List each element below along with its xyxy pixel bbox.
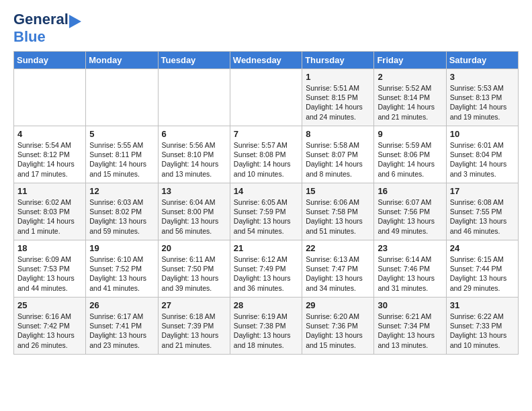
day-number: 18 <box>17 243 82 253</box>
weekday-header-saturday: Saturday <box>446 52 518 69</box>
day-content: Sunrise: 6:22 AM Sunset: 7:33 PM Dayligh… <box>450 312 515 350</box>
calendar-cell: 7Sunrise: 5:57 AM Sunset: 8:08 PM Daylig… <box>230 126 302 183</box>
calendar-cell: 17Sunrise: 6:08 AM Sunset: 7:55 PM Dayli… <box>446 183 518 240</box>
day-number: 10 <box>450 129 515 139</box>
day-number: 12 <box>89 186 154 196</box>
calendar-cell: 12Sunrise: 6:03 AM Sunset: 8:02 PM Dayli… <box>86 183 158 240</box>
calendar-cell: 18Sunrise: 6:09 AM Sunset: 7:53 PM Dayli… <box>14 240 86 298</box>
day-number: 20 <box>162 243 226 253</box>
day-number: 4 <box>17 129 82 139</box>
calendar-cell: 30Sunrise: 6:21 AM Sunset: 7:34 PM Dayli… <box>374 298 446 355</box>
calendar-cell: 5Sunrise: 5:55 AM Sunset: 8:11 PM Daylig… <box>86 126 158 183</box>
day-content: Sunrise: 6:19 AM Sunset: 7:38 PM Dayligh… <box>234 312 298 350</box>
calendar-cell: 8Sunrise: 5:58 AM Sunset: 8:07 PM Daylig… <box>302 126 374 183</box>
calendar-week-row: 25Sunrise: 6:16 AM Sunset: 7:42 PM Dayli… <box>14 298 519 355</box>
day-number: 19 <box>89 243 154 253</box>
day-content: Sunrise: 6:13 AM Sunset: 7:47 PM Dayligh… <box>306 255 370 293</box>
day-number: 15 <box>306 186 370 196</box>
day-content: Sunrise: 6:01 AM Sunset: 8:04 PM Dayligh… <box>450 140 515 179</box>
day-number: 2 <box>378 72 442 82</box>
calendar-cell <box>86 69 158 126</box>
calendar-cell: 22Sunrise: 6:13 AM Sunset: 7:47 PM Dayli… <box>302 240 374 298</box>
day-content: Sunrise: 6:11 AM Sunset: 7:50 PM Dayligh… <box>162 255 226 293</box>
day-number: 16 <box>378 186 442 196</box>
logo-blue: Blue <box>13 28 46 45</box>
day-number: 5 <box>89 129 154 139</box>
calendar-cell: 14Sunrise: 6:05 AM Sunset: 7:59 PM Dayli… <box>230 183 302 240</box>
day-number: 11 <box>17 186 82 196</box>
calendar-cell: 2Sunrise: 5:52 AM Sunset: 8:14 PM Daylig… <box>374 69 446 126</box>
day-number: 27 <box>162 300 226 310</box>
day-content: Sunrise: 6:21 AM Sunset: 7:34 PM Dayligh… <box>378 312 442 350</box>
day-content: Sunrise: 6:08 AM Sunset: 7:55 PM Dayligh… <box>450 197 515 236</box>
weekday-header-tuesday: Tuesday <box>158 52 230 69</box>
day-content: Sunrise: 5:59 AM Sunset: 8:06 PM Dayligh… <box>378 140 442 179</box>
calendar-cell: 29Sunrise: 6:20 AM Sunset: 7:36 PM Dayli… <box>302 298 374 355</box>
calendar-cell: 23Sunrise: 6:14 AM Sunset: 7:46 PM Dayli… <box>374 240 446 298</box>
day-content: Sunrise: 5:56 AM Sunset: 8:10 PM Dayligh… <box>162 140 226 179</box>
calendar-cell: 28Sunrise: 6:19 AM Sunset: 7:38 PM Dayli… <box>230 298 302 355</box>
day-content: Sunrise: 5:51 AM Sunset: 8:15 PM Dayligh… <box>306 83 370 122</box>
calendar-cell: 20Sunrise: 6:11 AM Sunset: 7:50 PM Dayli… <box>158 240 230 298</box>
day-content: Sunrise: 6:15 AM Sunset: 7:44 PM Dayligh… <box>450 255 515 293</box>
day-content: Sunrise: 5:52 AM Sunset: 8:14 PM Dayligh… <box>378 83 442 122</box>
day-number: 26 <box>89 300 154 310</box>
day-number: 13 <box>162 186 226 196</box>
calendar-cell: 4Sunrise: 5:54 AM Sunset: 8:12 PM Daylig… <box>14 126 86 183</box>
day-content: Sunrise: 6:18 AM Sunset: 7:39 PM Dayligh… <box>162 312 226 350</box>
day-number: 23 <box>378 243 442 253</box>
weekday-header-monday: Monday <box>86 52 158 69</box>
calendar-cell: 9Sunrise: 5:59 AM Sunset: 8:06 PM Daylig… <box>374 126 446 183</box>
calendar-cell: 6Sunrise: 5:56 AM Sunset: 8:10 PM Daylig… <box>158 126 230 183</box>
day-number: 7 <box>234 129 298 139</box>
day-number: 6 <box>162 129 226 139</box>
calendar-cell: 16Sunrise: 6:07 AM Sunset: 7:56 PM Dayli… <box>374 183 446 240</box>
day-content: Sunrise: 5:55 AM Sunset: 8:11 PM Dayligh… <box>89 140 154 179</box>
day-number: 9 <box>378 129 442 139</box>
day-content: Sunrise: 6:06 AM Sunset: 7:58 PM Dayligh… <box>306 197 370 236</box>
calendar-week-row: 11Sunrise: 6:02 AM Sunset: 8:03 PM Dayli… <box>14 183 519 240</box>
day-number: 24 <box>450 243 515 253</box>
svg-marker-0 <box>69 15 81 28</box>
day-content: Sunrise: 6:05 AM Sunset: 7:59 PM Dayligh… <box>234 197 298 236</box>
day-content: Sunrise: 5:57 AM Sunset: 8:08 PM Dayligh… <box>234 140 298 179</box>
day-number: 25 <box>17 300 82 310</box>
calendar-week-row: 18Sunrise: 6:09 AM Sunset: 7:53 PM Dayli… <box>14 240 519 298</box>
calendar-cell: 11Sunrise: 6:02 AM Sunset: 8:03 PM Dayli… <box>14 183 86 240</box>
calendar-cell: 10Sunrise: 6:01 AM Sunset: 8:04 PM Dayli… <box>446 126 518 183</box>
day-content: Sunrise: 5:54 AM Sunset: 8:12 PM Dayligh… <box>17 140 82 179</box>
calendar-cell: 26Sunrise: 6:17 AM Sunset: 7:41 PM Dayli… <box>86 298 158 355</box>
weekday-header-row: SundayMondayTuesdayWednesdayThursdayFrid… <box>14 52 519 69</box>
day-content: Sunrise: 5:58 AM Sunset: 8:07 PM Dayligh… <box>306 140 370 179</box>
calendar-cell: 25Sunrise: 6:16 AM Sunset: 7:42 PM Dayli… <box>14 298 86 355</box>
day-content: Sunrise: 6:20 AM Sunset: 7:36 PM Dayligh… <box>306 312 370 350</box>
day-number: 31 <box>450 300 515 310</box>
calendar-cell: 15Sunrise: 6:06 AM Sunset: 7:58 PM Dayli… <box>302 183 374 240</box>
calendar-cell: 21Sunrise: 6:12 AM Sunset: 7:49 PM Dayli… <box>230 240 302 298</box>
day-number: 28 <box>234 300 298 310</box>
weekday-header-sunday: Sunday <box>14 52 86 69</box>
day-number: 29 <box>306 300 370 310</box>
calendar-week-row: 1Sunrise: 5:51 AM Sunset: 8:15 PM Daylig… <box>14 69 519 126</box>
day-content: Sunrise: 6:16 AM Sunset: 7:42 PM Dayligh… <box>17 312 82 350</box>
calendar-cell: 19Sunrise: 6:10 AM Sunset: 7:52 PM Dayli… <box>86 240 158 298</box>
calendar-cell: 27Sunrise: 6:18 AM Sunset: 7:39 PM Dayli… <box>158 298 230 355</box>
calendar-cell: 3Sunrise: 5:53 AM Sunset: 8:13 PM Daylig… <box>446 69 518 126</box>
day-content: Sunrise: 6:12 AM Sunset: 7:49 PM Dayligh… <box>234 255 298 293</box>
day-number: 14 <box>234 186 298 196</box>
page-header: General Blue <box>13 11 519 46</box>
day-number: 3 <box>450 72 515 82</box>
day-content: Sunrise: 6:04 AM Sunset: 8:00 PM Dayligh… <box>162 197 226 236</box>
calendar-cell <box>14 69 86 126</box>
day-number: 1 <box>306 72 370 82</box>
calendar-cell <box>158 69 230 126</box>
day-content: Sunrise: 6:02 AM Sunset: 8:03 PM Dayligh… <box>17 197 82 236</box>
day-number: 17 <box>450 186 515 196</box>
day-content: Sunrise: 6:03 AM Sunset: 8:02 PM Dayligh… <box>89 197 154 236</box>
day-content: Sunrise: 6:09 AM Sunset: 7:53 PM Dayligh… <box>17 255 82 293</box>
day-number: 8 <box>306 129 370 139</box>
calendar-table: SundayMondayTuesdayWednesdayThursdayFrid… <box>13 51 519 355</box>
logo-general: General <box>13 11 69 28</box>
day-number: 21 <box>234 243 298 253</box>
day-number: 22 <box>306 243 370 253</box>
